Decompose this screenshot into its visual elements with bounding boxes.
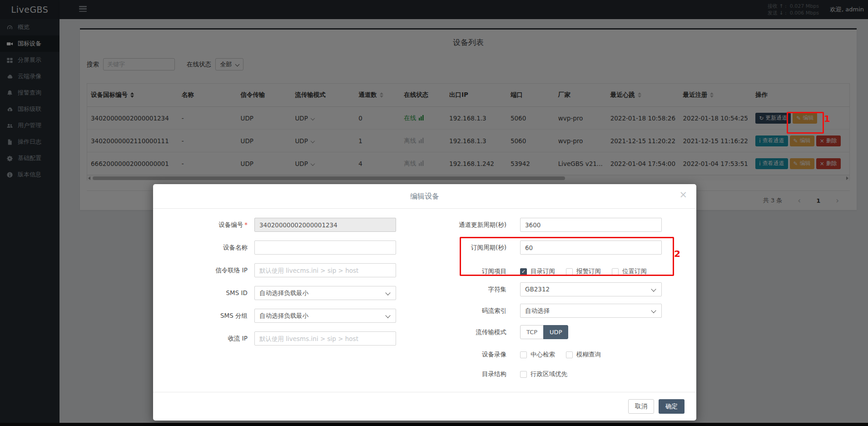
toggle-option-tcp[interactable]: TCP — [520, 325, 544, 339]
checkbox-group: 模糊查询 — [566, 351, 601, 359]
field-checkboxes: 中心检索模糊查询 — [520, 350, 612, 359]
form-row: 目录结构行政区域优先 — [407, 367, 696, 390]
annotation-number-2: 2 — [674, 248, 680, 259]
form-row: 收流 IP — [153, 331, 407, 354]
form-row: 码流索引自动选择 — [407, 304, 696, 325]
select-value: GB2312 — [525, 286, 550, 293]
text-input[interactable] — [254, 218, 396, 232]
text-input[interactable] — [254, 331, 396, 346]
modal-body: 设备编号*设备名称信令联络 IPSMS ID自动选择负载最小SMS 分组自动选择… — [153, 209, 696, 390]
unchecked-checkbox[interactable] — [520, 351, 527, 358]
text-input[interactable] — [254, 263, 396, 277]
form-row: SMS 分组自动选择负载最小 — [153, 309, 407, 331]
form-left-column: 设备编号*设备名称信令联络 IPSMS ID自动选择负载最小SMS 分组自动选择… — [153, 218, 407, 390]
field-toggle: TCPUDP — [520, 325, 662, 339]
field-label: 设备编号* — [153, 218, 248, 232]
checkbox-group: 行政区域优先 — [520, 370, 567, 378]
field-text — [254, 218, 396, 232]
field-label: 信令联络 IP — [153, 263, 248, 277]
confirm-button[interactable]: 确定 — [659, 399, 684, 414]
stream-mode-toggle: TCPUDP — [520, 325, 568, 339]
unchecked-checkbox[interactable] — [520, 371, 527, 378]
annotation-box-2 — [460, 237, 674, 276]
checkbox-label: 模糊查询 — [576, 351, 601, 359]
form-row: SMS ID自动选择负载最小 — [153, 286, 407, 309]
form-row: 信令联络 IP — [153, 263, 407, 286]
field-select: 自动选择负载最小 — [254, 309, 396, 323]
field-text — [520, 218, 662, 232]
form-row: 设备名称 — [153, 241, 407, 263]
field-label: 字符集 — [407, 282, 506, 296]
select-value: 自动选择负载最小 — [259, 312, 308, 319]
select-value: 自动选择 — [525, 307, 550, 314]
field-select: 自动选择负载最小 — [254, 286, 396, 300]
field-label: 码流索引 — [407, 304, 506, 318]
field-text — [254, 331, 396, 346]
checkbox-label: 行政区域优先 — [531, 370, 567, 378]
field-label: SMS 分组 — [153, 309, 248, 323]
livegbs-app: LiveGBS 概览国标设备分屏展示云端录像报警查询国标级联用户管理操作日志基础… — [0, 0, 868, 426]
field-label: SMS ID — [153, 286, 248, 300]
select-value: 自动选择负载最小 — [259, 289, 308, 296]
text-input[interactable] — [520, 218, 662, 232]
modal-footer: 取消 确定 — [153, 392, 696, 421]
field-label: 目录结构 — [407, 367, 506, 381]
annotation-box-1 — [787, 112, 824, 134]
close-icon[interactable]: × — [679, 190, 687, 200]
toggle-option-udp[interactable]: UDP — [543, 325, 568, 339]
form-row: 设备录像中心检索模糊查询 — [407, 347, 696, 367]
annotation-number-1: 1 — [824, 113, 830, 124]
field-select: GB2312 — [520, 282, 662, 296]
required-asterisk: * — [244, 221, 248, 228]
edit-device-modal: 编辑设备 × 设备编号*设备名称信令联络 IPSMS ID自动选择负载最小SMS… — [153, 184, 696, 421]
field-checkboxes: 行政区域优先 — [520, 370, 578, 379]
modal-title: 编辑设备 — [153, 184, 696, 208]
field-select: 自动选择 — [520, 304, 662, 318]
form-row: 字符集GB2312 — [407, 282, 696, 304]
field-label: 设备名称 — [153, 241, 248, 255]
select-dropdown[interactable]: 自动选择负载最小 — [254, 309, 396, 323]
checkbox-group: 中心检索 — [520, 351, 555, 359]
select-dropdown[interactable]: 自动选择负载最小 — [254, 286, 396, 300]
select-dropdown[interactable]: 自动选择 — [520, 304, 662, 318]
field-label: 通道更新周期(秒) — [407, 218, 506, 232]
field-text — [254, 241, 396, 255]
text-input[interactable] — [254, 241, 396, 255]
field-label: 设备录像 — [407, 347, 506, 361]
form-row: 流传输模式TCPUDP — [407, 325, 696, 347]
cancel-button[interactable]: 取消 — [628, 399, 654, 414]
modal-header: 编辑设备 × — [153, 184, 696, 209]
field-label: 收流 IP — [153, 331, 248, 346]
unchecked-checkbox[interactable] — [566, 351, 573, 358]
field-text — [254, 263, 396, 277]
select-dropdown[interactable]: GB2312 — [520, 282, 662, 296]
form-row: 设备编号* — [153, 218, 407, 241]
field-label: 流传输模式 — [407, 325, 506, 339]
checkbox-label: 中心检索 — [531, 351, 555, 359]
